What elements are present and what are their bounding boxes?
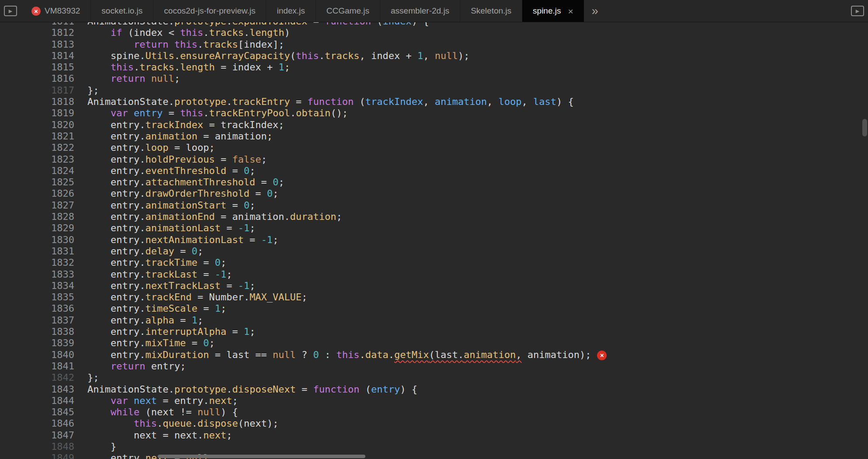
tab-vm83932[interactable]: × VM83932 [21,0,91,22]
code-line: 1826 entry.drawOrderThreshold = 0; [0,188,607,199]
code-text[interactable]: entry.drawOrderThreshold = 0; [84,188,278,199]
line-number[interactable]: 1813 [0,39,84,50]
code-text[interactable]: return this.tracks[index]; [84,39,284,50]
code-text[interactable]: entry.eventThreshold = 0; [84,165,255,177]
line-number[interactable]: 1822 [0,142,84,153]
line-number[interactable]: 1811 [0,22,84,27]
code-text[interactable]: entry.animation = animation; [84,131,273,142]
code-text[interactable]: entry.trackIndex = trackIndex; [84,119,284,131]
code-text[interactable]: var entry = this.trackEntryPool.obtain()… [84,108,348,119]
code-text[interactable]: this.queue.dispose(next); [84,418,278,429]
code-text[interactable]: entry.nextAnimationLast = -1; [84,234,278,246]
code-text[interactable]: entry.interruptAlpha = 1; [84,326,255,337]
horizontal-scrollbar-thumb[interactable] [158,455,365,458]
close-tab-icon[interactable]: × [568,7,573,16]
line-number[interactable]: 1824 [0,165,84,177]
code-text[interactable]: entry.nextTrackLast = -1; [84,280,255,292]
code-text[interactable]: while (next != null) { [84,407,238,418]
code-text[interactable]: entry.loop = loop; [84,142,215,153]
tab-spine-js[interactable]: spine.js × [522,0,584,22]
line-number[interactable]: 1827 [0,200,84,211]
line-number[interactable]: 1843 [0,384,84,395]
code-lines: 1811AnimationState.prototype.expandToInd… [0,22,607,459]
line-number[interactable]: 1823 [0,154,84,165]
code-text[interactable]: next = next.next; [84,430,232,441]
tab-index-js[interactable]: index.js [266,0,316,22]
code-text[interactable]: }; [84,85,99,96]
code-text[interactable]: return entry; [84,361,186,372]
code-text[interactable]: spine.Utils.ensureArrayCapacity(this.tra… [84,50,469,62]
line-number[interactable]: 1818 [0,96,84,108]
line-number[interactable]: 1840 [0,349,84,361]
line-number[interactable]: 1825 [0,177,84,188]
code-text[interactable]: entry.mixTime = 0; [84,337,215,349]
line-number[interactable]: 1829 [0,223,84,234]
code-text[interactable]: entry.attachmentThreshold = 0; [84,177,284,188]
code-token: ; [261,154,267,165]
code-text[interactable]: entry.alpha = 1; [84,315,203,326]
tab-overflow-button[interactable]: » [584,0,606,22]
code-text[interactable]: entry.animationEnd = animation.duration; [84,211,342,223]
code-token: animation [435,96,487,107]
line-number[interactable]: 1820 [0,119,84,131]
code-text[interactable]: var next = entry.next; [84,395,238,407]
show-navigator-button[interactable]: ▶ [0,0,21,22]
code-text[interactable]: } [84,441,116,452]
line-number[interactable]: 1844 [0,395,84,407]
line-number[interactable]: 1812 [0,27,84,38]
line-number[interactable]: 1837 [0,315,84,326]
tab-assembler-2d-js[interactable]: assembler-2d.js [380,0,460,22]
code-token: . [191,418,197,429]
code-text[interactable]: this.tracks.length = index + 1; [84,62,290,73]
code-editor[interactable]: 1811AnimationState.prototype.expandToInd… [0,22,868,459]
code-text[interactable]: entry.trackTime = 0; [84,257,226,268]
code-text[interactable]: return null; [84,73,180,84]
line-number[interactable]: 1826 [0,188,84,199]
line-number[interactable]: 1821 [0,131,84,142]
line-number[interactable]: 1846 [0,418,84,429]
code-text[interactable]: }; [84,372,99,383]
code-text[interactable]: entry.delay = 0; [84,246,203,257]
code-text[interactable]: entry.animationStart = 0; [84,200,255,211]
line-number[interactable]: 1839 [0,337,84,349]
code-text[interactable]: entry.trackEnd = Number.MAX_VALUE; [84,292,307,303]
line-number[interactable]: 1816 [0,73,84,84]
code-token [87,407,111,417]
line-number[interactable]: 1847 [0,430,84,441]
code-text[interactable]: if (index < this.tracks.length) [84,27,290,38]
code-token [87,62,111,73]
tab-skeleton-js[interactable]: Skeleton.js [460,0,522,22]
line-number[interactable]: 1832 [0,257,84,268]
line-number[interactable]: 1831 [0,246,84,257]
line-number[interactable]: 1841 [0,361,84,372]
code-text[interactable]: entry.animationLast = -1; [84,223,255,234]
line-number[interactable]: 1849 [0,452,84,459]
code-text[interactable]: entry.trackLast = -1; [84,269,232,280]
code-text[interactable]: AnimationState.prototype.trackEntry = fu… [84,96,574,108]
line-number[interactable]: 1834 [0,280,84,292]
line-number[interactable]: 1848 [0,441,84,452]
line-number[interactable]: 1817 [0,85,84,96]
code-text[interactable]: entry.timeScale = 1; [84,303,226,314]
code-token: }; [87,85,99,96]
line-number[interactable]: 1828 [0,211,84,223]
line-number[interactable]: 1836 [0,303,84,314]
show-debugger-button[interactable]: ▶ [847,0,868,22]
code-text[interactable]: entry.holdPrevious = false; [84,154,267,165]
tab-socket-io-js[interactable]: socket.io.js [91,0,153,22]
line-number[interactable]: 1838 [0,326,84,337]
line-number[interactable]: 1833 [0,269,84,280]
line-number[interactable]: 1814 [0,50,84,62]
line-number[interactable]: 1819 [0,108,84,119]
tab-ccgame-js[interactable]: CCGame.js [316,0,380,22]
code-text[interactable]: AnimationState.prototype.expandToIndex =… [84,22,429,27]
code-text[interactable]: entry.mixDuration = last == null ? 0 : t… [84,349,607,361]
line-number[interactable]: 1842 [0,372,84,383]
line-number[interactable]: 1845 [0,407,84,418]
tab-cocos2d-js-for-preview-js[interactable]: cocos2d-js-for-preview.js [153,0,266,22]
vertical-scrollbar-thumb[interactable] [862,119,867,136]
line-number[interactable]: 1815 [0,62,84,73]
line-number[interactable]: 1835 [0,292,84,303]
line-number[interactable]: 1830 [0,234,84,246]
code-text[interactable]: AnimationState.prototype.disposeNext = f… [84,384,417,395]
